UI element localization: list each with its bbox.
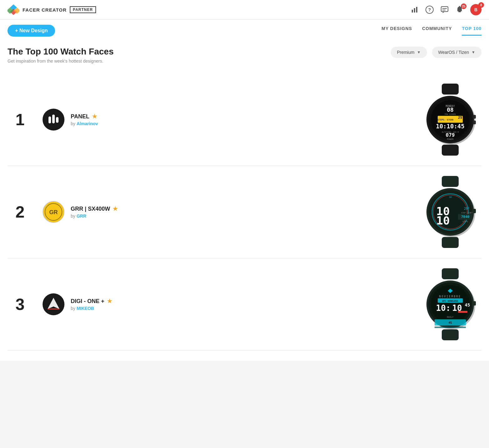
svg-text:079: 079 bbox=[446, 132, 455, 138]
watch-author-link-2[interactable]: GRR bbox=[77, 214, 86, 219]
svg-text:FEW CLOUDS: FEW CLOUDS bbox=[445, 113, 456, 115]
rank-2: 2 bbox=[8, 204, 33, 220]
avatar-letter: B bbox=[474, 7, 477, 12]
svg-text:45: 45 bbox=[449, 321, 452, 324]
svg-text:10: 10 bbox=[436, 214, 450, 227]
svg-text:25°: 25° bbox=[458, 116, 464, 120]
svg-text:45: 45 bbox=[465, 302, 470, 307]
watch-info-3: DIGI - ONE + ★ by MIKEOB bbox=[43, 293, 112, 315]
os-filter-label: WearOS / Tizen bbox=[438, 50, 469, 55]
svg-text:STEPS: STEPS bbox=[462, 220, 468, 223]
watch-item-1: 1 PANEL ★ bbox=[8, 74, 481, 166]
watch-face-svg-1: MONDAY 08 FEW CLOUDS STEPS: 07698 25° 10… bbox=[420, 84, 480, 156]
nav-my-designs[interactable]: MY DESIGNS bbox=[381, 26, 412, 36]
notification-badge: 25 bbox=[461, 3, 466, 9]
stats-icon[interactable] bbox=[410, 5, 419, 14]
page-header: The Top 100 Watch Faces Get inspiration … bbox=[8, 47, 481, 64]
page-title-area: The Top 100 Watch Faces Get inspiration … bbox=[8, 47, 114, 64]
svg-text:DAILY: DAILY bbox=[447, 316, 454, 318]
svg-rect-46 bbox=[473, 209, 476, 213]
notifications-icon[interactable]: 25 bbox=[455, 5, 464, 14]
page-title: The Top 100 Watch Faces bbox=[8, 47, 114, 57]
svg-text:29°: 29° bbox=[464, 207, 470, 210]
svg-text:STEP COUNT: STEP COUNT bbox=[461, 212, 473, 214]
nav-top-100[interactable]: TOP 100 bbox=[462, 26, 481, 36]
chat-icon[interactable] bbox=[440, 5, 449, 14]
premium-filter-button[interactable]: Premium ▼ bbox=[391, 47, 427, 58]
svg-point-15 bbox=[459, 6, 460, 7]
watch-name-1: PANEL ★ bbox=[71, 113, 98, 120]
svg-text:10: 10 bbox=[449, 196, 451, 198]
facer-logo-icon bbox=[8, 4, 19, 16]
main-content: The Top 100 Watch Faces Get inspiration … bbox=[0, 37, 489, 361]
logo-area: FACER CREATOR PARTNER bbox=[8, 4, 96, 16]
avatar-icon-1 bbox=[44, 110, 63, 129]
svg-text:08: 08 bbox=[447, 106, 454, 113]
svg-rect-17 bbox=[48, 116, 51, 123]
watch-info-1: PANEL ★ by Almarinov bbox=[43, 109, 98, 131]
svg-rect-42 bbox=[442, 237, 459, 248]
watch-image-1[interactable]: MONDAY 08 FEW CLOUDS STEPS: 07698 25° 10… bbox=[419, 84, 481, 156]
watch-info-2: GR GRR | SX400W ★ by GRR bbox=[43, 201, 118, 223]
watch-avatar-3[interactable] bbox=[43, 293, 64, 315]
svg-rect-62 bbox=[442, 268, 459, 279]
watch-author-link-1[interactable]: Almarinov bbox=[77, 121, 98, 126]
watch-details-1: PANEL ★ by Almarinov bbox=[71, 113, 98, 126]
svg-text:GR: GR bbox=[49, 209, 58, 215]
svg-text:STEPS: 07698: STEPS: 07698 bbox=[438, 119, 454, 121]
svg-rect-80 bbox=[435, 327, 466, 328]
svg-rect-19 bbox=[56, 117, 59, 123]
watch-image-3[interactable]: NOVIEMBRE UTC WIRELESS 10: 10 45 DAILY 4… bbox=[419, 268, 481, 340]
svg-rect-63 bbox=[442, 329, 459, 340]
svg-rect-25 bbox=[473, 115, 476, 119]
new-design-button[interactable]: + New Design bbox=[8, 25, 55, 37]
watch-name-3: DIGI - ONE + ★ bbox=[71, 298, 112, 305]
watch-face-svg-2: 10 10 10 29° STEP COUNT 7840 STEPS 24H bbox=[420, 176, 480, 248]
watch-avatar-1[interactable] bbox=[43, 109, 64, 131]
nav-community[interactable]: COMMUNITY bbox=[422, 26, 452, 36]
avatar-icon-2: GR bbox=[43, 202, 64, 222]
svg-text:POWER: POWER bbox=[447, 138, 454, 141]
watch-item-3-left: 3 DIGI - ONE + ★ bbox=[8, 293, 112, 315]
rank-3: 3 bbox=[8, 296, 33, 312]
svg-text:10:: 10: bbox=[436, 303, 451, 313]
svg-rect-26 bbox=[473, 121, 476, 124]
svg-text:7840: 7840 bbox=[461, 215, 470, 219]
avatar-badge: 8 bbox=[478, 2, 484, 8]
watch-item-3: 3 DIGI - ONE + ★ bbox=[8, 258, 481, 351]
rank-1: 1 bbox=[8, 111, 33, 128]
svg-rect-10 bbox=[441, 7, 448, 12]
user-avatar[interactable]: B 8 bbox=[470, 4, 481, 15]
svg-text:?: ? bbox=[428, 7, 431, 12]
watch-list: 1 PANEL ★ bbox=[8, 74, 481, 351]
svg-rect-67 bbox=[473, 301, 476, 306]
watch-avatar-2[interactable]: GR bbox=[43, 201, 64, 223]
header: FACER CREATOR PARTNER ? bbox=[0, 0, 489, 20]
svg-rect-21 bbox=[442, 145, 459, 156]
watch-details-3: DIGI - ONE + ★ by MIKEOB bbox=[71, 298, 112, 311]
watch-image-2[interactable]: 10 10 10 29° STEP COUNT 7840 STEPS 24H bbox=[419, 176, 481, 248]
help-icon[interactable]: ? bbox=[425, 5, 434, 14]
svg-text:10:10:45: 10:10:45 bbox=[436, 123, 465, 130]
star-icon-1: ★ bbox=[92, 113, 97, 120]
watch-face-svg-3: NOVIEMBRE UTC WIRELESS 10: 10 45 DAILY 4… bbox=[420, 268, 480, 340]
watch-author-1: by Almarinov bbox=[71, 121, 98, 126]
svg-rect-5 bbox=[412, 10, 413, 13]
os-filter-arrow: ▼ bbox=[471, 50, 475, 54]
watch-author-3: by MIKEOB bbox=[71, 306, 112, 311]
toolbar: + New Design MY DESIGNS COMMUNITY TOP 10… bbox=[0, 20, 489, 37]
watch-author-link-3[interactable]: MIKEOB bbox=[77, 306, 94, 311]
watch-details-2: GRR | SX400W ★ by GRR bbox=[71, 205, 118, 219]
page-subtitle: Get inspiration from the week's hottest … bbox=[8, 59, 114, 64]
avatar-icon-3 bbox=[43, 294, 64, 315]
watch-author-2: by GRR bbox=[71, 214, 118, 219]
watch-name-2: GRR | SX400W ★ bbox=[71, 205, 118, 212]
svg-text:24H: 24H bbox=[444, 227, 447, 229]
os-filter-button[interactable]: WearOS / Tizen ▼ bbox=[432, 47, 481, 58]
svg-rect-76 bbox=[458, 311, 467, 313]
watch-item-1-left: 1 PANEL ★ bbox=[8, 109, 98, 131]
svg-rect-18 bbox=[52, 115, 55, 123]
star-icon-2: ★ bbox=[113, 205, 118, 212]
watch-item-2-left: 2 GR GRR | SX400W ★ bbox=[8, 201, 118, 223]
svg-rect-20 bbox=[442, 84, 459, 95]
